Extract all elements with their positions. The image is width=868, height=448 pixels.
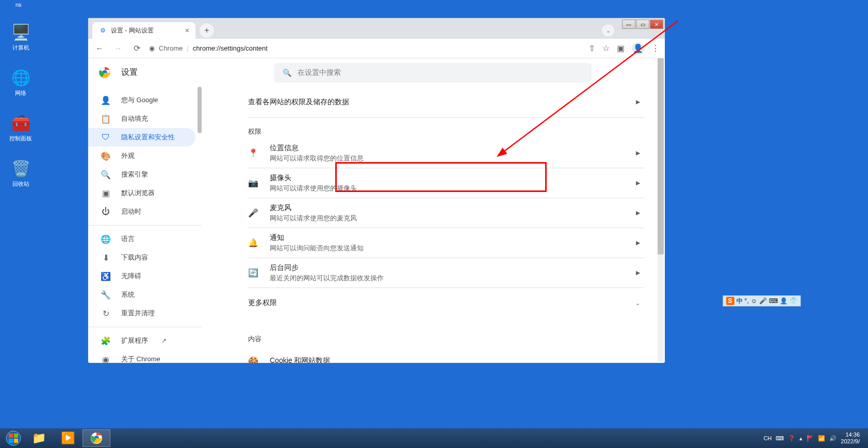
sidebar-item-reset[interactable]: ↻重置并清理 — [88, 304, 195, 323]
ime-user-icon[interactable]: 👤 — [780, 297, 788, 305]
sidebar-item-autofill[interactable]: 📋自动填充 — [88, 109, 195, 128]
close-button[interactable]: ✕ — [650, 20, 663, 29]
permission-description: 最近关闭的网站可以完成数据收发操作 — [270, 274, 384, 283]
settings-header: 设置 🔍 在设置中搜索 — [88, 58, 665, 87]
maximize-button[interactable]: ▭ — [636, 20, 649, 29]
sidebar-scrollbar[interactable] — [198, 87, 202, 133]
browser-icon: ▣ — [101, 188, 111, 198]
more-permissions-row[interactable]: 更多权限 ⌄ — [248, 288, 644, 318]
sidebar-item-default-browser[interactable]: ▣默认浏览器 — [88, 184, 195, 202]
desktop-icon-label: 回收站 — [5, 180, 36, 188]
desktop-icon-label: 控制面板 — [5, 135, 36, 142]
new-tab-button[interactable]: + — [200, 23, 214, 38]
sidebar-item-label: 您与 Google — [121, 95, 158, 105]
permission-row-microphone[interactable]: 🎤麦克风网站可以请求使用您的麦克风▶ — [248, 198, 644, 228]
sidebar-item-privacy-security[interactable]: 🛡隐私设置和安全性 — [88, 128, 195, 147]
ime-lang-indicator[interactable]: 中 — [736, 297, 743, 306]
sidebar-item-about-chrome[interactable]: ◉关于 Chrome — [88, 350, 195, 363]
ime-floating-bar[interactable]: S 中 °, ☺ 🎤 ⌨ 👤 👕 — [723, 295, 801, 307]
tray-help-icon[interactable]: ❓ — [788, 435, 795, 442]
back-button[interactable]: ← — [93, 42, 106, 55]
wrench-icon: 🔧 — [101, 290, 111, 300]
shield-icon: 🛡 — [101, 133, 111, 142]
permission-description: 网站可以请求取得您的位置信息 — [270, 154, 364, 163]
chevron-right-icon: ▶ — [636, 239, 640, 246]
sidebar-item-languages[interactable]: 🌐语言 — [88, 230, 195, 248]
sidebar-item-you-and-google[interactable]: 👤您与 Google — [88, 91, 195, 109]
permission-row-camera[interactable]: 📷摄像头网站可以请求使用您的摄像头▶ — [248, 168, 644, 198]
sidebar-item-accessibility[interactable]: ♿无障碍 — [88, 267, 195, 285]
language-indicator[interactable]: CH — [763, 435, 772, 441]
desktop-icon-recycle-bin[interactable]: 🗑️ 回收站 — [5, 158, 36, 188]
start-button[interactable] — [3, 429, 24, 447]
svg-rect-7 — [14, 439, 18, 443]
svg-rect-6 — [9, 439, 13, 443]
ime-emoji-icon[interactable]: ☺ — [751, 297, 757, 305]
share-icon[interactable]: ⇧ — [588, 43, 595, 53]
sidebar-item-extensions[interactable]: 🧩扩展程序↗ — [88, 331, 195, 350]
tray-volume-icon[interactable]: 🔊 — [829, 435, 837, 442]
sogou-logo-icon: S — [726, 297, 734, 305]
sidebar-item-label: 启动时 — [121, 207, 141, 216]
ime-skin-icon[interactable]: 👕 — [790, 297, 797, 305]
section-heading-permissions: 权限 — [248, 118, 644, 138]
omnibox[interactable]: ◉ Chrome | chrome://settings/content — [149, 44, 582, 52]
taskbar-item-explorer[interactable]: 📁 — [25, 429, 53, 447]
side-panel-icon[interactable]: ▣ — [617, 43, 625, 53]
sidebar-divider — [88, 327, 202, 327]
row-label: 更多权限 — [248, 298, 277, 308]
sidebar-item-label: 语言 — [121, 234, 135, 244]
taskbar-item-chrome[interactable] — [83, 429, 110, 447]
location-icon: 📍 — [248, 148, 258, 158]
permission-row-notifications[interactable]: 🔔通知网站可以询问能否向您发送通知▶ — [248, 228, 644, 258]
sidebar-item-system[interactable]: 🔧系统 — [88, 285, 195, 304]
chrome-icon: ◉ — [101, 355, 111, 363]
brush-icon: 🎨 — [101, 151, 111, 161]
sidebar-item-search-engine[interactable]: 🔍搜索引擎 — [88, 165, 195, 184]
desktop-icon-computer[interactable]: 🖥️ 计算机 — [5, 22, 36, 52]
sidebar-divider — [88, 225, 202, 226]
tray-flag-icon[interactable]: 🚩 — [807, 435, 814, 442]
minimize-button[interactable]: — — [622, 20, 635, 29]
section-heading-content: 内容 — [248, 325, 644, 346]
tray-network-icon[interactable]: 📶 — [818, 435, 825, 442]
sidebar-item-label: 默认浏览器 — [121, 188, 155, 198]
accessibility-icon: ♿ — [101, 271, 111, 281]
sidebar-item-on-startup[interactable]: ⏻启动时 — [88, 202, 195, 221]
folder-icon: 📁 — [32, 431, 46, 445]
chevron-right-icon: ▶ — [636, 180, 640, 186]
avatar-icon[interactable]: 👤 — [632, 42, 644, 55]
svg-rect-4 — [9, 434, 13, 438]
content-scrollbar-track[interactable] — [658, 58, 664, 362]
ime-punct-icon[interactable]: °, — [745, 297, 749, 305]
ime-keyboard-icon[interactable]: ⌨ — [769, 297, 778, 305]
system-tray: CH ⌨ ❓ ▴ 🚩 📶 🔊 14:36 2022/9/ — [763, 431, 865, 445]
tab-settings[interactable]: ⚙ 设置 - 网站设置 × — [92, 22, 195, 39]
tray-keyboard-icon[interactable]: ⌨ — [776, 435, 784, 442]
bookmark-icon[interactable]: ☆ — [602, 43, 610, 53]
tab-close-icon[interactable]: × — [185, 26, 189, 35]
reload-button[interactable]: ⟳ — [130, 42, 143, 55]
computer-icon: 🖥️ — [10, 22, 31, 42]
desktop-icon-control-panel[interactable]: 🧰 控制面板 — [5, 113, 36, 142]
cookie-row[interactable]: 🍪 Cookie 和网站数据 — [248, 346, 644, 363]
permission-row-background-sync[interactable]: 🔄后台同步最近关闭的网站可以完成数据收发操作▶ — [248, 258, 644, 288]
content-scrollbar-thumb[interactable] — [658, 58, 664, 254]
tray-chevron-up-icon[interactable]: ▴ — [799, 435, 803, 442]
sidebar-item-downloads[interactable]: ⬇下载内容 — [88, 248, 195, 267]
tab-dropdown-button[interactable]: ⌄ — [602, 24, 614, 37]
taskbar-item-media-player[interactable]: ▶️ — [54, 429, 81, 447]
media-player-icon: ▶️ — [61, 431, 75, 445]
settings-search-input[interactable]: 🔍 在设置中搜索 — [274, 63, 592, 83]
permission-row-location[interactable]: 📍位置信息网站可以请求取得您的位置信息▶ — [248, 138, 644, 168]
menu-icon[interactable]: ⋮ — [651, 43, 660, 53]
ime-voice-icon[interactable]: 🎤 — [759, 297, 767, 305]
clock[interactable]: 14:36 2022/9/ — [841, 431, 860, 445]
settings-page: 设置 🔍 在设置中搜索 👤您与 Google 📋自动填充 🛡隐私设置和安全性 🎨… — [88, 58, 665, 363]
view-all-sites-row[interactable]: 查看各网站的权限及储存的数据 ▶ — [248, 87, 644, 118]
taskbar: 📁 ▶️ CH ⌨ ❓ ▴ 🚩 📶 🔊 14:36 2022/9/ — [0, 428, 868, 448]
desktop-icon-network[interactable]: 🌐 网络 — [5, 67, 36, 97]
sidebar-item-label: 重置并清理 — [121, 309, 155, 318]
toolbar-right-icons: ⇧ ☆ ▣ 👤 ⋮ — [588, 42, 660, 55]
sidebar-item-appearance[interactable]: 🎨外观 — [88, 147, 195, 165]
